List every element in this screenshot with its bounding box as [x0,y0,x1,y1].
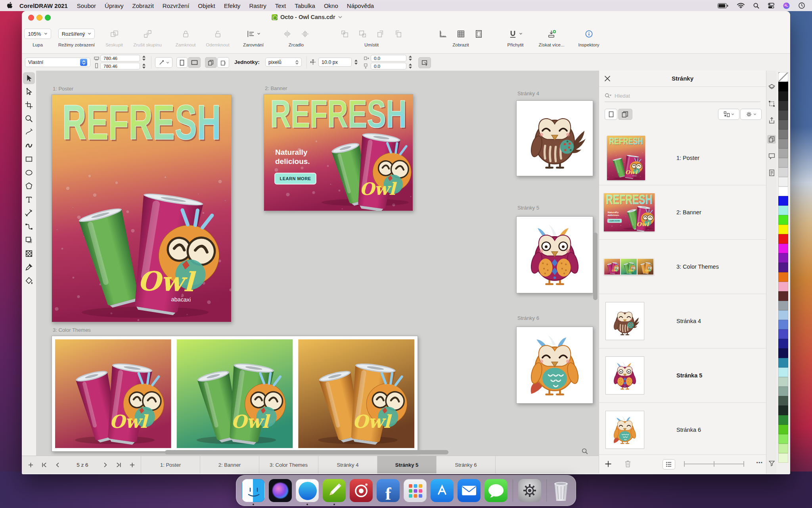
more-options-button[interactable]: ⋯ [756,459,763,466]
duplicate-y-stepper[interactable] [408,63,413,69]
color-swatch-4848c4[interactable] [778,329,788,339]
treat-as-filled-toggle[interactable] [418,57,431,68]
eyedropper-tool[interactable] [23,261,35,273]
pos-forward-icon[interactable] [376,29,385,38]
horizontal-scrollbar[interactable] [165,450,448,454]
palette-options-icon[interactable] [767,459,776,468]
menu-rozvrzeni[interactable]: Rozvržení [158,2,194,9]
color-swatch-181818[interactable] [778,91,788,101]
close-docker-icon[interactable] [605,76,610,81]
no-color-swatch[interactable] [778,72,788,82]
drawing-canvas[interactable]: 1: Poster REFRESHREFRESHOwlabacaxi 2: Ba… [36,71,599,456]
magnet-icon[interactable] [508,29,517,38]
page-tab-stranky-5[interactable]: Stránky 5 [377,456,437,473]
menu-zobrazit[interactable]: Zobrazit [128,2,158,9]
crop-tool[interactable] [23,99,35,111]
zoom-window-button[interactable] [45,15,51,21]
dock-coreldraw[interactable] [323,479,346,502]
transform-docker-icon[interactable] [767,99,776,108]
color-swatch-101050[interactable] [778,348,788,358]
nudge-distance-field[interactable]: 10.0 px [318,58,352,67]
single-page-view-button[interactable] [605,109,617,120]
color-swatch-501888[interactable] [778,263,788,272]
snap-button[interactable] [508,29,523,38]
color-swatch-98a0a8[interactable] [778,301,788,310]
canvas-page-4[interactable] [516,100,593,176]
apple-menu-icon[interactable] [7,2,13,9]
menu-upravy[interactable]: Úpravy [100,2,128,9]
battery-icon[interactable] [718,3,728,8]
list-view-toggle-button[interactable] [663,459,675,470]
align-icon[interactable] [246,29,255,38]
canvas-zoom-icon[interactable] [581,448,588,455]
rectangle-tool[interactable] [23,153,35,165]
multi-page-view-button[interactable] [618,109,632,120]
color-swatch-a8a8a8[interactable] [778,148,788,158]
color-swatch-1616e8[interactable] [778,196,788,206]
alignment-button[interactable] [246,29,260,38]
color-swatch-4ce81c[interactable] [778,215,788,225]
color-swatch-2c8834[interactable] [778,415,788,425]
color-swatch-8818b8[interactable] [778,253,788,263]
menu-tabulka[interactable]: Tabulka [290,2,320,9]
pages-docker-icon[interactable] [767,135,776,144]
unlock-icon[interactable] [213,29,222,38]
properties-docker-icon[interactable] [767,168,776,177]
dock-photo-paint[interactable] [350,479,373,502]
page-preset-select[interactable]: Vlastní [25,58,90,67]
duplicate-y-field[interactable]: 0.0 [371,63,406,69]
last-page-button[interactable] [115,461,123,469]
canvas-page-5[interactable] [516,216,593,293]
dock-safari[interactable] [296,479,319,502]
title-chevron-icon[interactable] [338,16,342,19]
pos-front-icon[interactable] [340,29,349,38]
pos-back-icon[interactable] [358,29,367,38]
color-swatch-202090[interactable] [778,339,788,348]
dock-mail[interactable] [458,479,481,502]
dock-launchpad[interactable] [404,479,427,502]
color-swatch-58c81e[interactable] [778,425,788,434]
color-swatch-606060[interactable] [778,120,788,129]
units-select[interactable]: pixelů [265,58,302,67]
menu-okno[interactable]: Okno [320,2,343,9]
color-swatch-9ff0e4[interactable] [778,206,788,215]
color-swatch-f0f0f0[interactable] [778,177,788,187]
color-swatch-e87014[interactable] [778,272,788,282]
color-swatch-2c88a8[interactable] [778,358,788,368]
pages-list-item-1[interactable]: REFRESHREFRESHOwlabacaxi1: Poster [599,131,766,185]
color-swatch-c0c0c0[interactable] [778,158,788,167]
pages-list-item-4[interactable]: Stránka 4 [599,294,766,348]
pages-list-item-3[interactable]: OwlOwlOwl3: Color Themes [599,240,766,294]
color-swatch-a8c8e8[interactable] [778,310,788,320]
page-tab-stranky-4[interactable]: Stránky 4 [318,456,377,473]
current-page-size-button[interactable] [217,57,229,68]
all-pages-size-button[interactable] [205,57,217,68]
menu-napoveda[interactable]: Nápověda [343,2,378,9]
vertical-scrollbar[interactable] [593,233,598,300]
pos-backward-icon[interactable] [394,29,403,38]
text-tool[interactable] [23,194,35,206]
drawing-units-dropdown[interactable] [155,57,172,68]
pages-list-item-6[interactable]: Stránka 6 [599,403,766,455]
page-height-field[interactable]: 780.46 [100,63,140,69]
page-width-field[interactable]: 780.46 [100,55,140,62]
minimize-window-button[interactable] [36,15,42,21]
rulers-icon[interactable] [439,29,448,38]
search-icon[interactable] [753,3,759,9]
ellipse-tool[interactable] [23,167,35,179]
color-swatch-c4f0a0[interactable] [778,444,788,453]
menu-objekt[interactable]: Objekt [193,2,219,9]
previous-page-button[interactable] [54,461,61,469]
polygon-tool[interactable] [23,180,35,192]
menu-efekty[interactable]: Efekty [220,2,245,9]
color-swatch-44584c[interactable] [778,396,788,406]
thumbnail-layout-dropdown[interactable] [718,109,739,120]
group-icon[interactable] [110,29,119,38]
grid-icon[interactable] [456,29,465,38]
canvas-page-color-themes[interactable]: OwlOwlOwl [52,336,418,452]
canvas-page-6[interactable] [516,327,593,404]
color-swatch-6080d8[interactable] [778,320,788,329]
artistic-media-tool[interactable] [23,140,35,152]
page-tab-3-color-themes[interactable]: 3: Color Themes [259,456,318,473]
shape-tool[interactable] [23,86,35,98]
